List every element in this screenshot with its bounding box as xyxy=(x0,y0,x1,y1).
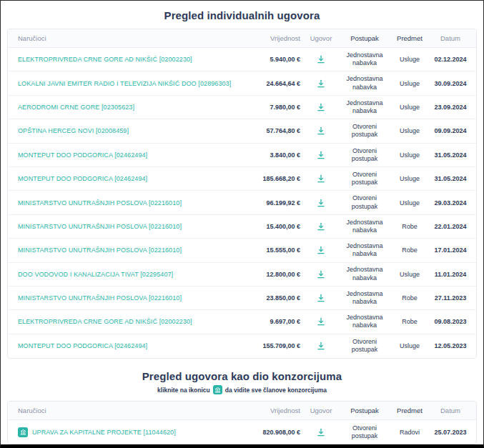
procedure-type: Jednostavna nabavka xyxy=(339,289,390,308)
buyer-link[interactable]: DOO VODOVOD I KANALIZACIJA TIVAT [022954… xyxy=(18,271,173,278)
subject-type: Usluge xyxy=(390,54,429,64)
contract-value: 12.800,00 € xyxy=(242,269,303,279)
download-contract-icon[interactable] xyxy=(315,268,327,281)
procedure-type: Otvoreni postupak xyxy=(339,337,390,356)
procedure-type: Otvoreni postupak xyxy=(339,146,390,165)
table-row: MINISTARSTVO UNUTRAŠNJIH POSLOVA [022160… xyxy=(8,191,476,214)
download-contract-icon[interactable] xyxy=(315,196,327,209)
buyer-link[interactable]: MINISTARSTVO UNUTRAŠNJIH POSLOVA [022160… xyxy=(18,199,182,206)
download-contract-icon[interactable] xyxy=(315,315,327,328)
column-header-predmet: Predmet xyxy=(390,33,429,44)
subject-type: Robe xyxy=(390,317,429,327)
consortium-section: Pregled ugovora kao dio konzorcijuma kli… xyxy=(1,370,483,444)
subject-type: Robe xyxy=(390,221,429,232)
table-row: MONTEPUT DOO PODGORICA [02462494] 185.66… xyxy=(8,167,476,191)
contract-value: 7.980,00 € xyxy=(242,102,303,112)
contract-date: 29.03.2024 xyxy=(429,198,476,208)
consortium-hint: kliknite na ikonicu da vidite sve članov… xyxy=(1,385,483,394)
buyer-link[interactable]: MONTEPUT DOO PODGORICA [02462494] xyxy=(18,175,147,182)
column-header-narucioci: Naručioci xyxy=(8,33,242,44)
download-contract-icon[interactable] xyxy=(315,244,327,257)
individual-contracts-table: Naručioci Vrijednost Ugovor Postupak Pre… xyxy=(7,29,477,359)
buyer-link[interactable]: UPRAVA ZA KAPITALNE PROJEKTE [11044620] xyxy=(32,429,176,436)
download-contract-icon[interactable] xyxy=(315,426,327,439)
column-header-postupak: Postupak xyxy=(339,33,390,44)
procedure-type: Jednostavna nabavka xyxy=(339,312,390,332)
subject-type: Usluge xyxy=(390,79,429,89)
individual-contracts-title: Pregled individualnih ugovora xyxy=(1,9,483,21)
column-header-datum: Datum xyxy=(429,33,476,44)
procedure-type: Otvoreni postupak xyxy=(339,169,390,189)
subject-type: Usluge xyxy=(390,150,429,160)
buyer-link[interactable]: LOKALNI JAVNI EMITER RADIO I TELEVIZIJA … xyxy=(18,80,231,87)
consortium-members-icon xyxy=(213,385,222,394)
table-header-row: Naručioci Vrijednost Ugovor Postupak Pre… xyxy=(8,29,476,48)
contract-value: 96.199,92 € xyxy=(242,198,303,208)
download-contract-icon[interactable] xyxy=(315,149,327,161)
contract-date: 27.11.2023 xyxy=(429,293,476,303)
procedure-type: Otvoreni postupak xyxy=(339,193,390,212)
buyer-link[interactable]: OPŠTINA HERCEG NOVI [02008459] xyxy=(18,127,129,134)
subject-type: Usluge xyxy=(390,269,429,279)
contract-value: 24.664,64 € xyxy=(242,79,303,89)
contract-date: 22.01.2024 xyxy=(429,221,476,232)
contract-date: 25.07.2023 xyxy=(429,427,476,437)
column-header-ugovor: Ugovor xyxy=(303,405,339,416)
table-row: OPŠTINA HERCEG NOVI [02008459] 57.764,80… xyxy=(8,119,476,143)
download-contract-icon[interactable] xyxy=(315,292,327,304)
procedure-type: Jednostavna nabavka xyxy=(339,264,390,284)
procedure-type: Jednostavna nabavka xyxy=(339,98,390,117)
contract-value: 23.850,00 € xyxy=(242,293,303,303)
consortium-hint-after: da vidite sve članove konzorcijuma xyxy=(225,387,327,394)
subject-type: Robe xyxy=(390,245,429,255)
download-contract-icon[interactable] xyxy=(315,339,327,352)
subject-type: Radovi xyxy=(390,427,429,437)
table-row: MINISTARSTVO UNUTRAŠNJIH POSLOVA [022160… xyxy=(8,215,476,239)
table-row: LOKALNI JAVNI EMITER RADIO I TELEVIZIJA … xyxy=(8,71,476,95)
procedure-type: Otvoreni postupak xyxy=(339,121,390,141)
download-contract-icon[interactable] xyxy=(315,124,327,137)
download-contract-icon[interactable] xyxy=(315,220,327,233)
contracts-overview-page: Pregled individualnih ugovora Naručioci … xyxy=(0,0,484,448)
contract-date: 31.05.2024 xyxy=(429,174,476,184)
column-header-postupak: Postupak xyxy=(339,405,390,417)
buyer-link[interactable]: ELEKTROPRIVREDA CRNE GORE AD NIKŠIĆ [020… xyxy=(18,318,192,325)
consortium-contracts-title: Pregled ugovora kao dio konzorcijuma xyxy=(1,370,483,382)
buyer-link[interactable]: MINISTARSTVO UNUTRAŠNJIH POSLOVA [022160… xyxy=(18,247,182,254)
table-row: UPRAVA ZA KAPITALNE PROJEKTE [11044620] … xyxy=(8,420,476,444)
subject-type: Usluge xyxy=(390,102,429,112)
individual-contracts-rows: ELEKTROPRIVREDA CRNE GORE AD NIKŠIĆ [020… xyxy=(8,48,476,358)
buyer-link[interactable]: MONTEPUT DOO PODGORICA [02462494] xyxy=(18,342,147,349)
contract-date: 12.05.2023 xyxy=(429,341,476,351)
consortium-members-icon[interactable] xyxy=(18,427,28,437)
contract-date: 30.09.2024 xyxy=(429,79,476,89)
buyer-link[interactable]: AERODROMI CRNE GORE [02305623] xyxy=(18,104,134,111)
buyer-link[interactable]: ELEKTROPRIVREDA CRNE GORE AD NIKŠIĆ [020… xyxy=(18,56,192,63)
buyer-link[interactable]: MINISTARSTVO UNUTRAŠNJIH POSLOVA [022160… xyxy=(18,223,182,230)
consortium-contracts-rows: UPRAVA ZA KAPITALNE PROJEKTE [11044620] … xyxy=(8,420,476,444)
procedure-type: Jednostavna nabavka xyxy=(339,241,390,260)
buyer-link[interactable]: MINISTARSTVO UNUTRAŠNJIH POSLOVA [022160… xyxy=(18,294,182,302)
contract-value: 15.400,00 € xyxy=(242,221,303,232)
consortium-hint-before: kliknite na ikonicu xyxy=(157,387,210,394)
contract-value: 57.764,80 € xyxy=(242,126,303,136)
subject-type: Usluge xyxy=(390,198,429,208)
procedure-type: Jednostavna nabavka xyxy=(339,217,390,237)
table-row: MINISTARSTVO UNUTRAŠNJIH POSLOVA [022160… xyxy=(8,239,476,262)
table-row: AERODROMI CRNE GORE [02305623] 7.980,00 … xyxy=(8,96,476,119)
table-row: MONTEPUT DOO PODGORICA [02462494] 3.840,… xyxy=(8,144,476,167)
subject-type: Usluge xyxy=(390,174,429,184)
table-row: MONTEPUT DOO PODGORICA [02462494] 155.70… xyxy=(8,334,476,358)
consortium-contracts-table: Naručioci Vrijednost Ugovor Postupak Pre… xyxy=(7,401,477,444)
column-header-narucioci: Naručioci xyxy=(8,405,242,416)
buyer-link[interactable]: MONTEPUT DOO PODGORICA [02462494] xyxy=(18,151,147,159)
download-contract-icon[interactable] xyxy=(315,53,327,66)
contract-date: 17.01.2024 xyxy=(429,245,476,255)
download-contract-icon[interactable] xyxy=(315,77,327,90)
procedure-type: Jednostavna nabavka xyxy=(339,74,390,93)
contract-value: 9.697,00 € xyxy=(242,317,303,327)
download-contract-icon[interactable] xyxy=(315,172,327,185)
download-contract-icon[interactable] xyxy=(315,101,327,114)
table-header-row: Naručioci Vrijednost Ugovor Postupak Pre… xyxy=(8,402,476,420)
contract-date: 23.09.2024 xyxy=(429,102,476,112)
